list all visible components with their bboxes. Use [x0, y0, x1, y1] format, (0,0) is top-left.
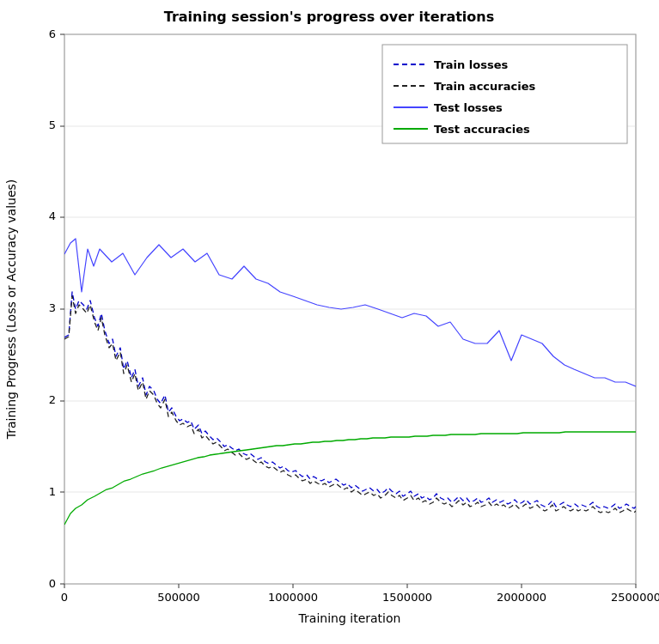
y-axis-label: Training Progress (Loss or Accuracy valu…: [4, 179, 18, 440]
x-tick-500k: 500000: [157, 591, 200, 604]
legend-test-losses: Test losses: [434, 101, 503, 114]
legend-train-accuracies: Train accuracies: [434, 80, 535, 93]
y-tick-6: 6: [49, 27, 56, 40]
y-tick-4: 4: [49, 210, 56, 222]
x-tick-1m: 1000000: [268, 591, 318, 604]
x-axis-label: Training iteration: [298, 611, 401, 625]
legend-test-accuracies: Test accuracies: [434, 123, 530, 136]
x-tick-1500k: 1500000: [382, 591, 432, 604]
y-tick-2: 2: [49, 393, 56, 406]
x-tick-2m: 2000000: [497, 591, 546, 604]
chart-container: Training session's progress over iterati…: [0, 0, 659, 644]
x-tick-2500k: 2500000: [611, 591, 659, 604]
x-tick-0: 0: [61, 591, 68, 604]
chart-title: Training session's progress over iterati…: [164, 9, 495, 25]
y-tick-5: 5: [49, 118, 56, 131]
y-tick-0: 0: [49, 577, 56, 590]
y-tick-3: 3: [49, 301, 56, 314]
y-tick-1: 1: [49, 485, 56, 498]
legend-train-losses: Train losses: [434, 58, 509, 71]
